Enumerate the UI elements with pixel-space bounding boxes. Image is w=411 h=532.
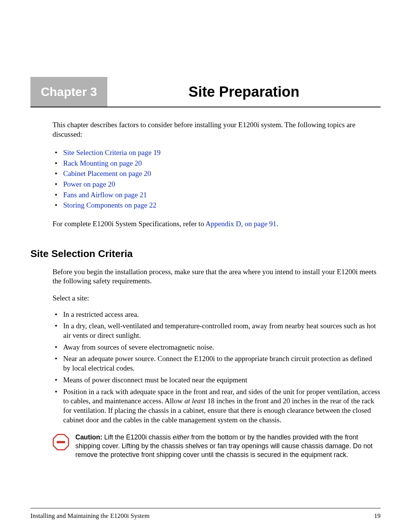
- toc-link[interactable]: Site Selection Criteria on page 19: [63, 149, 161, 157]
- caution-text-pre: Lift the E1200i chassis: [102, 433, 173, 441]
- appendix-link[interactable]: Appendix D, on page 91: [206, 220, 276, 228]
- toc-item: Site Selection Criteria on page 19: [53, 147, 381, 158]
- page-number: 19: [374, 512, 381, 520]
- site-requirements-list: In a restricted access area. In a dry, c…: [53, 310, 381, 425]
- list-item: Means of power disconnect must be locate…: [53, 375, 381, 385]
- list-item-italic: at least: [185, 397, 206, 405]
- chapter-number-badge: Chapter 3: [30, 77, 107, 107]
- toc-item: Cabinet Placement on page 20: [53, 168, 381, 179]
- chapter-title: Site Preparation: [107, 77, 381, 107]
- list-item: Near an adequate power source. Connect t…: [53, 354, 381, 373]
- page-footer: Installing and Maintaining the E1200i Sy…: [30, 512, 381, 520]
- caution-callout: Caution: Lift the E1200i chassis either …: [53, 433, 381, 459]
- spec-ref-suffix: .: [276, 220, 278, 228]
- toc-item: Power on page 20: [53, 179, 381, 190]
- toc-link[interactable]: Cabinet Placement on page 20: [63, 169, 151, 177]
- toc-link[interactable]: Fans and Airflow on page 21: [63, 191, 147, 199]
- toc-link[interactable]: Storing Components on page 22: [63, 201, 156, 209]
- spec-reference: For complete E1200i System Specification…: [53, 220, 381, 228]
- caution-italic: either: [173, 433, 190, 441]
- toc-list: Site Selection Criteria on page 19 Rack …: [53, 147, 381, 210]
- intro-paragraph: This chapter describes factors to consid…: [53, 120, 381, 139]
- chapter-header: Chapter 3 Site Preparation: [30, 77, 381, 107]
- toc-link[interactable]: Power on page 20: [63, 180, 115, 188]
- section-para-2: Select a site:: [53, 294, 381, 303]
- toc-item: Rack Mounting on page 20: [53, 158, 381, 169]
- toc-link[interactable]: Rack Mounting on page 20: [63, 159, 142, 167]
- caution-text: Caution: Lift the E1200i chassis either …: [75, 433, 381, 459]
- caution-icon: [53, 434, 69, 451]
- toc-item: Storing Components on page 22: [53, 200, 381, 211]
- svg-rect-1: [57, 441, 65, 443]
- toc-item: Fans and Airflow on page 21: [53, 190, 381, 200]
- section-para-1: Before you begin the installation proces…: [53, 267, 381, 286]
- list-item: Position in a rack with adequate space i…: [53, 387, 381, 425]
- list-item: Away from sources of severe electromagne…: [53, 343, 381, 352]
- footer-doc-title: Installing and Maintaining the E1200i Sy…: [30, 512, 150, 520]
- spec-ref-prefix: For complete E1200i System Specification…: [53, 220, 206, 228]
- section-heading: Site Selection Criteria: [30, 248, 381, 260]
- list-item: In a dry, clean, well-ventilated and tem…: [53, 321, 381, 340]
- caution-label: Caution:: [75, 433, 102, 441]
- footer-rule: [30, 508, 381, 508]
- list-item: In a restricted access area.: [53, 310, 381, 320]
